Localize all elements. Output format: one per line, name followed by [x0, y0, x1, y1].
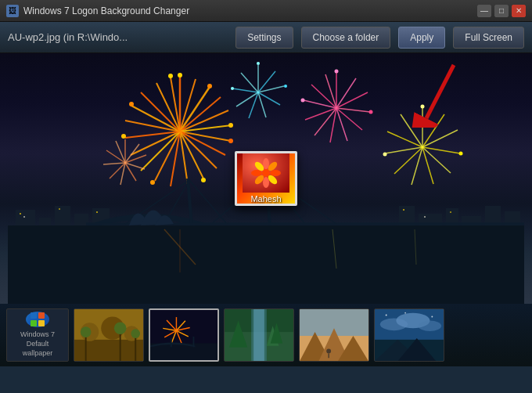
svg-line-52: [232, 88, 258, 92]
svg-line-2: [180, 87, 210, 132]
svg-line-107: [164, 229, 196, 265]
svg-point-163: [326, 349, 331, 354]
svg-rect-96: [96, 211, 98, 213]
selected-thumb-label: Mahesh: [250, 194, 281, 204]
svg-line-37: [315, 108, 336, 135]
svg-rect-153: [253, 309, 264, 361]
svg-point-55: [284, 85, 287, 88]
svg-line-100: [125, 180, 189, 224]
svg-point-21: [178, 73, 182, 78]
svg-line-38: [305, 108, 336, 120]
svg-point-112: [263, 158, 269, 169]
svg-rect-98: [424, 216, 426, 218]
svg-line-40: [311, 85, 336, 108]
svg-rect-123: [38, 312, 45, 319]
svg-rect-106: [8, 225, 524, 272]
svg-line-74: [125, 163, 145, 169]
svg-line-61: [422, 147, 451, 173]
svg-line-15: [125, 132, 180, 138]
svg-rect-92: [505, 211, 520, 225]
svg-point-27: [121, 134, 126, 139]
minimize-button[interactable]: —: [477, 5, 491, 17]
svg-line-78: [103, 163, 125, 164]
svg-rect-99: [450, 211, 451, 213]
settings-button[interactable]: Settings: [235, 27, 293, 49]
thumbnail-default[interactable]: Windows 7Defaultwallpaper: [6, 308, 69, 362]
svg-line-53: [241, 73, 258, 92]
svg-rect-84: [55, 206, 70, 225]
svg-point-25: [201, 178, 206, 182]
svg-line-62: [422, 147, 433, 184]
svg-point-116: [263, 177, 269, 188]
svg-line-1: [180, 79, 196, 132]
svg-line-41: [325, 74, 336, 108]
svg-point-173: [404, 312, 406, 314]
flower-icon: [250, 157, 282, 189]
svg-point-134: [114, 322, 127, 334]
selected-thumbnail-overlay: Mahesh: [235, 151, 297, 206]
svg-point-114: [270, 170, 281, 176]
svg-point-132: [81, 326, 92, 337]
maximize-button[interactable]: □: [494, 5, 509, 17]
svg-point-29: [168, 74, 173, 78]
default-wallpaper-label: Windows 7Defaultwallpaper: [20, 330, 55, 358]
svg-point-22: [207, 84, 212, 88]
thumbnail-fireworks-active[interactable]: [149, 308, 219, 362]
svg-line-75: [125, 163, 136, 181]
svg-line-65: [385, 147, 422, 153]
thumbnail-sky[interactable]: [374, 308, 444, 362]
svg-line-13: [141, 132, 180, 171]
svg-line-33: [336, 108, 370, 112]
svg-rect-94: [23, 216, 25, 218]
svg-line-76: [120, 163, 125, 185]
svg-line-7: [180, 132, 225, 155]
windows-logo-icon: [26, 312, 49, 327]
thumbnail-desert[interactable]: [74, 308, 144, 362]
thumbnail-forest[interactable]: [224, 308, 294, 362]
svg-point-172: [386, 315, 387, 316]
svg-line-14: [131, 132, 180, 155]
svg-rect-93: [20, 213, 21, 215]
svg-rect-91: [485, 206, 501, 225]
main-content: Mahesh Windo: [0, 53, 532, 366]
svg-line-51: [236, 92, 258, 106]
svg-rect-95: [59, 208, 60, 210]
apply-button[interactable]: Apply: [398, 27, 445, 49]
svg-line-9: [180, 132, 203, 178]
svg-point-174: [431, 316, 433, 318]
svg-line-3: [180, 97, 221, 132]
svg-rect-90: [462, 216, 481, 225]
svg-point-44: [301, 99, 305, 103]
filename-label: AU-wp2.jpg (in R:\Windo...: [8, 31, 228, 43]
svg-line-110: [415, 229, 416, 265]
svg-line-16: [125, 121, 180, 132]
selected-thumb-image: [243, 153, 289, 193]
title-bar: 🖼 Windows 7 Logon Background Changer — □…: [0, 0, 532, 22]
svg-rect-125: [38, 320, 45, 326]
svg-rect-82: [16, 210, 35, 225]
fullscreen-button[interactable]: Full Screen: [453, 27, 524, 49]
svg-rect-122: [31, 312, 37, 319]
svg-line-49: [258, 92, 266, 117]
choose-folder-button[interactable]: Choose a folder: [301, 27, 391, 49]
svg-line-31: [336, 78, 356, 108]
svg-rect-127: [74, 340, 143, 361]
svg-point-68: [421, 105, 425, 109]
svg-line-6: [180, 132, 231, 141]
scene-background: Mahesh: [0, 53, 532, 304]
svg-line-63: [412, 147, 422, 185]
thumbnail-rocks[interactable]: [299, 308, 369, 362]
header-bar: AU-wp2.jpg (in R:\Windo... Settings Choo…: [0, 22, 532, 53]
svg-line-32: [336, 92, 368, 108]
svg-line-46: [258, 71, 275, 92]
svg-point-26: [150, 180, 155, 185]
svg-line-36: [330, 108, 336, 142]
svg-rect-87: [399, 206, 415, 225]
desert-thumb-image: [74, 308, 143, 362]
close-button[interactable]: ✕: [512, 5, 526, 17]
svg-line-80: [116, 141, 125, 163]
title-bar-controls: — □ ✕: [477, 5, 526, 17]
svg-line-101: [164, 180, 189, 224]
svg-line-72: [125, 144, 139, 163]
svg-line-73: [125, 155, 146, 163]
